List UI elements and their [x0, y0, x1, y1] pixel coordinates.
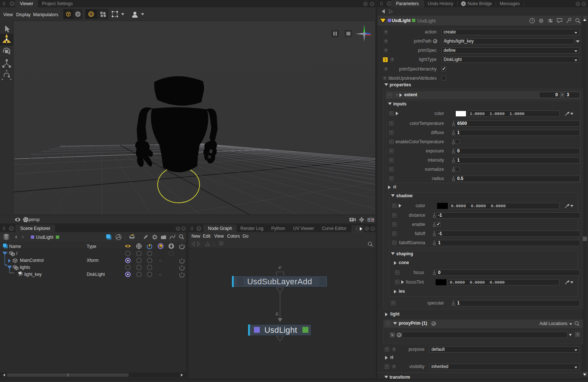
svg-text:Name: Name	[9, 244, 21, 249]
svg-text:MainControl: MainControl	[20, 258, 44, 263]
svg-text:in: in	[277, 265, 283, 270]
svg-text:Type: Type	[87, 244, 96, 249]
svg-text:UsdLight: UsdLight	[36, 235, 54, 240]
svg-text:?: ?	[531, 19, 533, 23]
svg-text:DiskLight: DiskLight	[87, 272, 105, 277]
svg-text:UsdSubLayerAdd: UsdSubLayerAdd	[247, 277, 312, 286]
svg-text:light_key: light_key	[24, 272, 42, 277]
svg-text:in: in	[275, 312, 279, 316]
svg-text:Xform: Xform	[87, 258, 98, 263]
svg-text:UsdLight: UsdLight	[264, 325, 297, 335]
svg-text:lights: lights	[20, 265, 30, 270]
svg-text:/: /	[16, 251, 18, 256]
